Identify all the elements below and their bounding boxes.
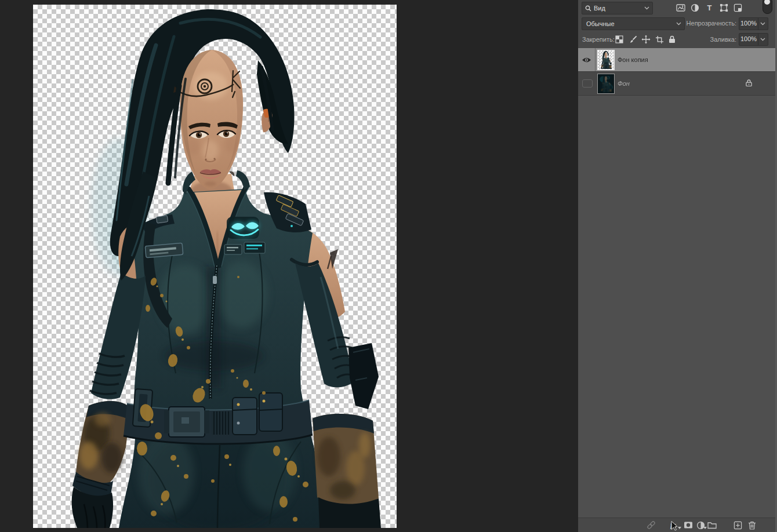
group-folder-icon[interactable] [707,520,717,530]
lock-artboard-icon[interactable] [655,35,664,44]
fill-label: Заливка: [710,36,736,43]
opacity-label: Непрозрачность: [687,20,736,27]
link-icon[interactable] [647,520,656,530]
image-filter-icon[interactable] [676,3,685,13]
visibility-toggle[interactable] [578,48,596,71]
fx-menu-triangle [678,527,681,529]
smart-object-filter-icon[interactable] [733,3,743,13]
eye-icon [582,57,591,63]
layer-mask-icon[interactable] [684,520,693,530]
layer-filter-row: Вид T [578,0,775,16]
chevron-down-icon[interactable] [758,34,767,45]
chevron-down-icon [644,6,649,10]
lock-image-pixels-icon[interactable] [628,35,637,44]
lock-label: Закрепить: [582,36,615,43]
chevron-down-icon[interactable] [758,18,767,30]
lock-fill-row: Закрепить: Заливка: 100% [578,31,775,49]
adjustment-filter-icon[interactable] [690,3,700,13]
document-canvas[interactable] [33,5,397,528]
search-icon [585,5,591,12]
delete-layer-icon[interactable] [747,520,757,530]
layer-name[interactable]: Фон [618,72,630,95]
layer-thumbnail[interactable] [597,50,615,70]
lock-all-icon[interactable] [667,35,677,44]
fill-field[interactable]: 100% [739,33,768,46]
adjustment-menu-triangle [703,527,707,529]
lock-position-icon[interactable] [641,35,651,44]
mouse-cursor [671,521,678,531]
lock-transparent-pixels-icon[interactable] [615,35,624,44]
fill-value[interactable]: 100% [739,34,758,45]
canvas-area[interactable] [0,0,578,532]
visibility-toggle-empty[interactable] [582,79,593,88]
layer-name[interactable]: Фон копия [618,48,648,71]
shape-filter-icon[interactable] [719,3,729,13]
canvas-image [33,5,397,528]
layers-panel-footer: fx [578,518,775,532]
blend-mode-value: Обычные [586,20,676,27]
layer-row-fon[interactable]: Фон [578,72,775,96]
blend-mode-select[interactable]: Обычные [582,17,685,30]
type-filter-icon[interactable]: T [705,3,714,13]
layer-thumbnail[interactable] [597,74,615,94]
layer-row-fon-kopiya[interactable]: Фон копия [578,48,775,72]
lock-icon [746,79,752,89]
blend-opacity-row: Обычные Непрозрачность: 100% [578,16,775,31]
layer-filter-kind-select[interactable]: Вид [582,2,653,14]
chevron-down-icon [676,22,681,25]
filter-kind-label: Вид [594,5,644,12]
layer-filter-toggle[interactable] [763,0,772,14]
layers-panel: Вид T Обычные Непрозрачность: 1 [578,0,777,532]
opacity-value[interactable]: 100% [739,18,758,30]
opacity-field[interactable]: 100% [739,17,768,30]
new-layer-icon[interactable] [733,520,742,530]
